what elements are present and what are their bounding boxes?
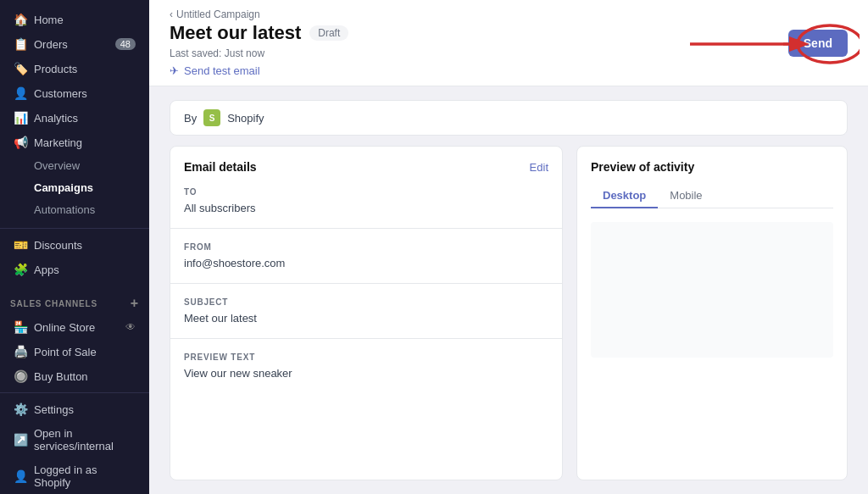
sidebar-sub-automations[interactable]: Automations <box>3 199 146 220</box>
subject-label: SUBJECT <box>184 297 548 307</box>
edit-link[interactable]: Edit <box>530 161 548 174</box>
sidebar-item-online-store[interactable]: 🏪 Online Store 👁 <box>3 315 146 339</box>
from-field: FROM info@shoestore.com <box>184 242 548 269</box>
email-details-card: Email details Edit TO All subscribers FR… <box>170 146 563 480</box>
by-label: By <box>184 112 197 125</box>
sidebar-item-marketing[interactable]: 📢 Marketing <box>3 130 146 154</box>
sidebar-sub-campaigns[interactable]: Campaigns <box>3 177 146 198</box>
send-button[interactable]: Send <box>788 30 848 57</box>
back-arrow-icon: ‹ <box>170 8 173 20</box>
preview-card: Preview of activity Desktop Mobile <box>576 146 848 480</box>
shopify-label: Shopify <box>227 112 264 125</box>
draft-badge: Draft <box>309 25 348 41</box>
divider-1 <box>170 228 562 229</box>
sidebar: 🏠 Home 📋 Orders 48 🏷️ Products 👤 Custome… <box>0 0 149 494</box>
topbar-left: ‹ Untitled Campaign Meet our latest Draf… <box>170 8 348 77</box>
customers-icon: 👤 <box>14 86 27 100</box>
sidebar-item-analytics[interactable]: 📊 Analytics <box>3 106 146 130</box>
sidebar-item-orders[interactable]: 📋 Orders 48 <box>3 32 146 56</box>
preview-text-label: PREVIEW TEXT <box>184 352 548 362</box>
last-saved-text: Last saved: Just now <box>170 47 348 59</box>
email-details-title: Email details <box>184 160 257 174</box>
preview-content-area <box>591 222 833 358</box>
main-content: ‹ Untitled Campaign Meet our latest Draf… <box>149 0 868 494</box>
to-field: TO All subscribers <box>184 187 548 214</box>
subject-field: SUBJECT Meet our latest <box>184 297 548 325</box>
preview-text-field: PREVIEW TEXT View our new sneaker <box>184 352 548 380</box>
marketing-icon: 📢 <box>14 136 27 149</box>
buy-button-icon: 🔘 <box>14 369 27 383</box>
logged-in-icon: 👤 <box>14 469 27 483</box>
preview-text-value: View our new sneaker <box>184 367 548 380</box>
to-value: All subscribers <box>184 202 548 214</box>
discounts-icon: 🎫 <box>14 238 27 252</box>
sidebar-item-settings[interactable]: ⚙️ Settings <box>3 397 146 421</box>
shopify-icon: S <box>203 109 220 126</box>
orders-badge: 48 <box>115 38 136 50</box>
preview-title: Preview of activity <box>591 160 833 174</box>
content-area: By S Shopify Email details Edit TO All s… <box>149 86 868 494</box>
topbar: ‹ Untitled Campaign Meet our latest Draf… <box>149 0 868 86</box>
pos-icon: 🖨️ <box>14 345 27 358</box>
online-store-eye-icon[interactable]: 👁 <box>125 321 136 333</box>
sidebar-item-apps[interactable]: 🧩 Apps <box>3 258 146 281</box>
preview-tabs: Desktop Mobile <box>591 184 833 208</box>
subject-value: Meet our latest <box>184 312 548 325</box>
breadcrumb-text: Untitled Campaign <box>176 8 260 20</box>
orders-icon: 📋 <box>14 37 27 51</box>
sidebar-item-buy-button[interactable]: 🔘 Buy Button <box>3 364 146 388</box>
add-sales-channel-icon[interactable]: + <box>131 296 139 311</box>
page-title: Meet our latest <box>170 22 301 44</box>
open-services-icon: ↗️ <box>14 433 27 447</box>
sidebar-sub-overview[interactable]: Overview <box>3 155 146 176</box>
to-label: TO <box>184 187 548 197</box>
two-column-layout: Email details Edit TO All subscribers FR… <box>170 146 848 480</box>
send-test-email-link[interactable]: ✈ Send test email <box>170 64 348 77</box>
by-shopify-bar: By S Shopify <box>170 100 848 136</box>
analytics-icon: 📊 <box>14 111 27 125</box>
online-store-icon: 🏪 <box>14 320 27 334</box>
tab-desktop[interactable]: Desktop <box>591 184 658 208</box>
tab-mobile[interactable]: Mobile <box>658 184 714 208</box>
settings-icon: ⚙️ <box>14 402 27 416</box>
sidebar-item-discounts[interactable]: 🎫 Discounts <box>3 233 146 257</box>
sidebar-item-point-of-sale[interactable]: 🖨️ Point of Sale <box>3 340 146 364</box>
sidebar-item-open-services[interactable]: ↗️ Open in services/internal <box>3 422 146 458</box>
send-area: Send <box>788 30 848 57</box>
home-icon: 🏠 <box>14 13 27 26</box>
sidebar-item-products[interactable]: 🏷️ Products <box>3 57 146 80</box>
divider-3 <box>170 338 562 339</box>
divider-2 <box>170 283 562 284</box>
apps-icon: 🧩 <box>14 263 27 276</box>
products-icon: 🏷️ <box>14 62 27 75</box>
sales-channels-label: SALES CHANNELS + <box>0 289 149 314</box>
page-title-row: Meet our latest Draft <box>170 22 348 44</box>
breadcrumb[interactable]: ‹ Untitled Campaign <box>170 8 348 20</box>
from-value: info@shoestore.com <box>184 257 548 269</box>
sidebar-item-customers[interactable]: 👤 Customers <box>3 81 146 105</box>
card-header: Email details Edit <box>184 160 548 174</box>
sidebar-item-logged-in[interactable]: 👤 Logged in as Shopify <box>3 458 146 494</box>
from-label: FROM <box>184 242 548 252</box>
sidebar-item-home[interactable]: 🏠 Home <box>3 8 146 31</box>
send-test-icon: ✈ <box>170 64 179 77</box>
